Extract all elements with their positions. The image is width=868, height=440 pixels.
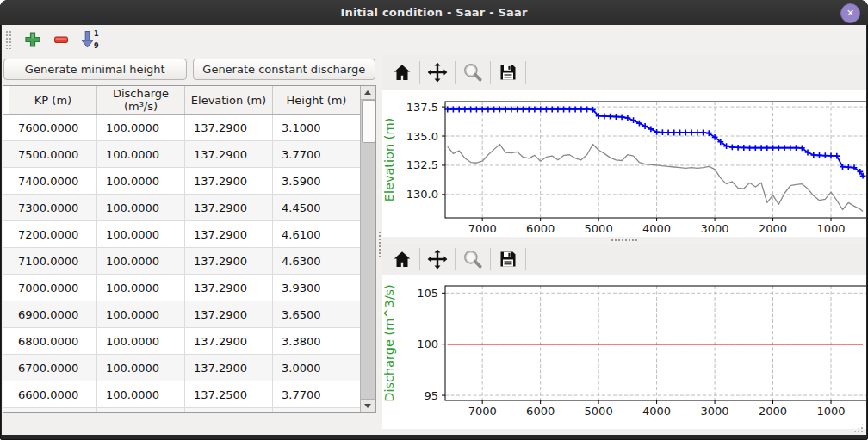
x-tick-label: 5000	[585, 405, 613, 418]
vertical-splitter-handle[interactable]	[377, 54, 382, 435]
toolbar-drag-handle[interactable]	[5, 30, 12, 49]
table-cell[interactable]: 6900.0000	[9, 301, 97, 328]
table-cell[interactable]: 3.0000	[273, 355, 361, 381]
column-header[interactable]: KP (m)	[9, 86, 97, 115]
table-cell[interactable]: 137.2900	[185, 275, 273, 301]
close-button[interactable]: ✕	[840, 3, 860, 23]
save-button[interactable]	[495, 246, 521, 272]
zoom-button[interactable]	[460, 59, 486, 85]
pan-button[interactable]	[425, 59, 450, 85]
add-row-button[interactable]	[21, 28, 45, 52]
main-toolbar: 1 9	[2, 25, 866, 54]
table-cell[interactable]: 3.7700	[273, 381, 361, 408]
table-row: 7300.0000100.0000137.29004.4500	[3, 195, 361, 221]
table-cell[interactable]: 6700.0000	[9, 355, 97, 381]
pan-button[interactable]	[425, 246, 450, 272]
table-cell[interactable]: 100.0000	[97, 221, 185, 248]
table-cell[interactable]: 137.2900	[185, 168, 273, 195]
table-cell[interactable]: 3.6500	[273, 301, 361, 328]
elevation-plot[interactable]: 7000600050004000300020001000130.0132.513…	[382, 90, 866, 237]
table-cell[interactable]: 100.0000	[97, 408, 185, 414]
table-cell[interactable]: 137.2900	[185, 195, 273, 221]
table-cell[interactable]: 100.0000	[97, 168, 185, 195]
home-button[interactable]	[389, 59, 415, 85]
table-cell[interactable]: 4.4500	[273, 195, 361, 221]
table-row: 7000.0000100.0000137.29003.9300	[3, 275, 361, 301]
remove-row-button[interactable]	[49, 28, 73, 52]
sort-rows-button[interactable]: 1 9	[78, 28, 102, 52]
table-cell[interactable]: 137.2900	[185, 355, 273, 381]
table-cell[interactable]: 7300.0000	[9, 195, 97, 221]
toolbar-separator	[419, 248, 420, 270]
table-cell[interactable]: 137.2900	[185, 115, 273, 141]
table-cell[interactable]: 100.0000	[97, 141, 185, 168]
table-cell[interactable]: 3.5900	[273, 408, 361, 414]
window-titlebar[interactable]: Initial condition - Saar - Saar ✕	[0, 0, 868, 25]
table-row: 6600.0000100.0000137.25003.7700	[3, 381, 361, 408]
table-cell[interactable]: 100.0000	[97, 248, 185, 275]
table-cell[interactable]: 137.2900	[185, 221, 273, 248]
table-cell[interactable]: 137.2500	[185, 381, 273, 408]
table-cell[interactable]: 137.2900	[185, 328, 273, 355]
table-cell[interactable]: 3.3800	[273, 328, 361, 355]
sort-ascending-icon: 1 9	[80, 29, 99, 50]
table-cell[interactable]: 137.2900	[185, 301, 273, 328]
table-cell[interactable]: 4.6300	[273, 248, 361, 275]
plots-panel: 7000600050004000300020001000130.0132.513…	[382, 54, 866, 435]
table-cell[interactable]: 100.0000	[97, 115, 185, 141]
table-cell[interactable]: 100.0000	[97, 355, 185, 381]
zoom-button[interactable]	[460, 246, 486, 272]
column-header[interactable]: Height (m)	[273, 86, 361, 115]
x-tick-label: 2000	[759, 222, 787, 235]
table-cell[interactable]: 3.1000	[273, 115, 361, 141]
table-cell[interactable]: 137.2900	[185, 141, 273, 168]
discharge-plot[interactable]: 700060005000400030002000100095100105Disc…	[382, 275, 866, 429]
svg-text:1: 1	[94, 30, 99, 38]
table-scrollbar[interactable]	[360, 86, 375, 412]
table-cell[interactable]: 7100.0000	[9, 248, 97, 275]
table-cell[interactable]: 3.7700	[273, 141, 361, 168]
x-tick-label: 4000	[642, 222, 671, 235]
home-button[interactable]	[389, 246, 415, 272]
column-header[interactable]: Discharge (m³/s)	[97, 86, 185, 115]
table-cell[interactable]: 4.6100	[273, 221, 361, 248]
table-cell[interactable]: 100.0000	[97, 381, 185, 408]
table-row: 7500.0000100.0000137.29003.7700	[3, 141, 361, 168]
x-tick-label: 5000	[585, 222, 613, 235]
table-cell[interactable]: 7000.0000	[9, 275, 97, 301]
table-cell[interactable]: 6600.0000	[9, 381, 97, 408]
magnifier-icon	[462, 61, 484, 84]
toolbar-separator	[525, 248, 526, 270]
table-cell[interactable]: 3.5900	[273, 168, 361, 195]
scroll-down-button[interactable]	[361, 399, 375, 412]
table-row: 7200.0000100.0000137.29004.6100	[3, 221, 361, 248]
table-cell[interactable]: 100.0000	[97, 275, 185, 301]
table-cell[interactable]: 7600.0000	[9, 115, 97, 141]
scrollbar-thumb[interactable]	[362, 100, 375, 143]
table-cell[interactable]: 100.0000	[97, 195, 185, 221]
table-row: 6800.0000100.0000137.29003.3800	[3, 328, 361, 355]
y-tick-label: 130.0	[406, 188, 438, 201]
table-cell[interactable]: 6500.0000	[9, 408, 97, 414]
plus-icon	[23, 30, 42, 49]
table-cell[interactable]: 100.0000	[97, 301, 185, 328]
table-cell[interactable]: 137.2900	[185, 248, 273, 275]
table-cell[interactable]: 100.0000	[97, 328, 185, 355]
generate-minimal-height-button[interactable]: Generate minimal height	[3, 59, 187, 80]
table-cell[interactable]: 7400.0000	[9, 168, 97, 195]
y-tick-label: 105	[417, 287, 438, 300]
table-cell[interactable]: 6800.0000	[9, 328, 97, 355]
column-header[interactable]: Elevation (m)	[185, 86, 273, 115]
table-cell[interactable]: 7500.0000	[9, 141, 97, 168]
save-button[interactable]	[495, 59, 521, 85]
horizontal-splitter-handle[interactable]	[382, 237, 866, 244]
y-tick-label: 95	[424, 389, 438, 402]
table-cell[interactable]: 7200.0000	[9, 221, 97, 248]
x-tick-label: 1000	[816, 405, 845, 418]
table-cell[interactable]: 3.9300	[273, 275, 361, 301]
generate-constant-discharge-button[interactable]: Generate constant discharge	[193, 59, 376, 80]
table-cell[interactable]: 137.2500	[185, 408, 273, 414]
initial-condition-table: KP (m)Discharge (m³/s)Elevation (m)Heigh…	[3, 85, 376, 413]
scroll-up-button[interactable]	[361, 86, 375, 100]
y-tick-label: 135.0	[406, 130, 438, 143]
